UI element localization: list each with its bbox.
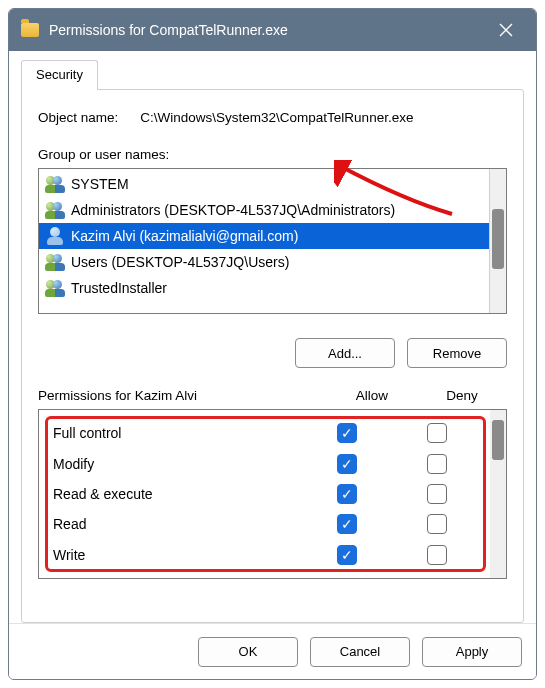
permission-name: Full control bbox=[53, 425, 302, 441]
list-item-label: TrustedInstaller bbox=[71, 280, 167, 296]
group-icon bbox=[45, 201, 65, 219]
list-item[interactable]: SYSTEM bbox=[39, 171, 489, 197]
titlebar: Permissions for CompatTelRunner.exe bbox=[9, 9, 536, 51]
deny-checkbox[interactable] bbox=[427, 454, 447, 474]
tab-security[interactable]: Security bbox=[21, 60, 98, 90]
deny-checkbox[interactable] bbox=[427, 484, 447, 504]
permission-row: Full control bbox=[53, 419, 482, 447]
deny-header: Deny bbox=[417, 388, 507, 403]
list-item[interactable]: TrustedInstaller bbox=[39, 275, 489, 301]
tab-strip: Security bbox=[21, 59, 524, 89]
window-title: Permissions for CompatTelRunner.exe bbox=[49, 22, 484, 38]
close-button[interactable] bbox=[484, 9, 528, 51]
principal-buttons: Add... Remove bbox=[38, 338, 507, 368]
list-item-label: Users (DESKTOP-4L537JQ\Users) bbox=[71, 254, 289, 270]
security-panel: Object name: C:\Windows\System32\CompatT… bbox=[21, 89, 524, 623]
list-item[interactable]: Administrators (DESKTOP-4L537JQ\Administ… bbox=[39, 197, 489, 223]
apply-button[interactable]: Apply bbox=[422, 637, 522, 667]
group-icon bbox=[45, 253, 65, 271]
remove-button[interactable]: Remove bbox=[407, 338, 507, 368]
principals-listbox[interactable]: SYSTEMAdministrators (DESKTOP-4L537JQ\Ad… bbox=[38, 168, 507, 314]
deny-checkbox[interactable] bbox=[427, 545, 447, 565]
permission-row: Modify bbox=[53, 450, 482, 478]
allow-checkbox[interactable] bbox=[337, 454, 357, 474]
list-item-label: Kazim Alvi (kazimalialvi@gmail.com) bbox=[71, 228, 298, 244]
permissions-title: Permissions for Kazim Alvi bbox=[38, 388, 327, 403]
object-name-row: Object name: C:\Windows\System32\CompatT… bbox=[38, 110, 507, 125]
deny-checkbox[interactable] bbox=[427, 514, 447, 534]
permission-name: Modify bbox=[53, 456, 302, 472]
allow-header: Allow bbox=[327, 388, 417, 403]
permission-name: Read & execute bbox=[53, 486, 302, 502]
group-names-label: Group or user names: bbox=[38, 147, 507, 162]
permissions-header: Permissions for Kazim Alvi Allow Deny bbox=[38, 388, 507, 403]
permissions-listbox: Full controlModifyRead & executeReadWrit… bbox=[38, 409, 507, 579]
dialog-footer: OK Cancel Apply bbox=[9, 623, 536, 679]
list-item-label: SYSTEM bbox=[71, 176, 129, 192]
permission-name: Read bbox=[53, 516, 302, 532]
allow-checkbox[interactable] bbox=[337, 545, 357, 565]
add-button[interactable]: Add... bbox=[295, 338, 395, 368]
client-area: Security Object name: C:\Windows\System3… bbox=[9, 51, 536, 623]
permission-row: Read & execute bbox=[53, 480, 482, 508]
allow-checkbox[interactable] bbox=[337, 423, 357, 443]
list-item[interactable]: Kazim Alvi (kazimalialvi@gmail.com) bbox=[39, 223, 489, 249]
list-item[interactable]: Users (DESKTOP-4L537JQ\Users) bbox=[39, 249, 489, 275]
permissions-scrollbar[interactable] bbox=[490, 410, 506, 578]
folder-icon bbox=[21, 23, 39, 37]
permission-row: Write bbox=[53, 541, 482, 569]
deny-checkbox[interactable] bbox=[427, 423, 447, 443]
allow-checkbox[interactable] bbox=[337, 484, 357, 504]
principals-scrollbar[interactable] bbox=[490, 169, 506, 313]
cancel-button[interactable]: Cancel bbox=[310, 637, 410, 667]
allow-checkbox[interactable] bbox=[337, 514, 357, 534]
ok-button[interactable]: OK bbox=[198, 637, 298, 667]
permission-name: Write bbox=[53, 547, 302, 563]
list-item-label: Administrators (DESKTOP-4L537JQ\Administ… bbox=[71, 202, 395, 218]
permissions-dialog: Permissions for CompatTelRunner.exe Secu… bbox=[8, 8, 537, 680]
object-name-label: Object name: bbox=[38, 110, 118, 125]
close-icon bbox=[499, 23, 513, 37]
user-icon bbox=[45, 227, 65, 245]
group-icon bbox=[45, 279, 65, 297]
object-name-value: C:\Windows\System32\CompatTelRunner.exe bbox=[140, 110, 507, 125]
permission-row: Read bbox=[53, 510, 482, 538]
group-icon bbox=[45, 175, 65, 193]
